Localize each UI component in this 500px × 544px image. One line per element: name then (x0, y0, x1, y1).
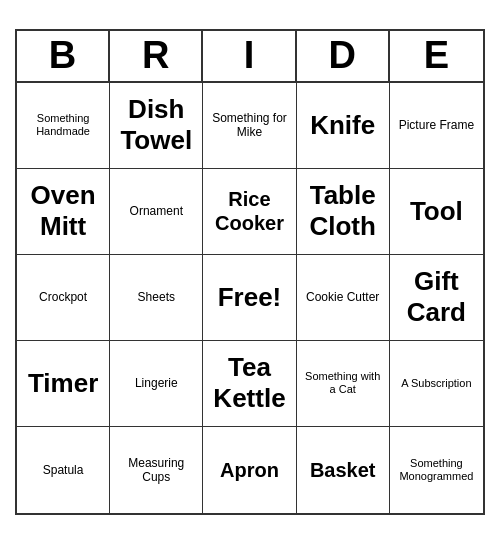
bingo-header: BRIDE (17, 31, 483, 83)
bingo-cell-10: Crockpot (17, 255, 110, 341)
bingo-cell-22: Apron (203, 427, 296, 513)
header-letter-i: I (203, 31, 296, 81)
bingo-grid: Something HandmadeDish TowelSomething fo… (17, 83, 483, 513)
bingo-cell-20: Spatula (17, 427, 110, 513)
bingo-cell-4: Picture Frame (390, 83, 483, 169)
bingo-cell-3: Knife (297, 83, 390, 169)
bingo-cell-12: Free! (203, 255, 296, 341)
header-letter-b: B (17, 31, 110, 81)
bingo-cell-24: Something Monogrammed (390, 427, 483, 513)
header-letter-r: R (110, 31, 203, 81)
bingo-cell-19: A Subscription (390, 341, 483, 427)
bingo-cell-7: Rice Cooker (203, 169, 296, 255)
bingo-cell-15: Timer (17, 341, 110, 427)
header-letter-e: E (390, 31, 483, 81)
bingo-cell-0: Something Handmade (17, 83, 110, 169)
bingo-cell-9: Tool (390, 169, 483, 255)
bingo-cell-18: Something with a Cat (297, 341, 390, 427)
bingo-cell-8: Table Cloth (297, 169, 390, 255)
bingo-cell-21: Measuring Cups (110, 427, 203, 513)
bingo-cell-13: Cookie Cutter (297, 255, 390, 341)
bingo-cell-14: Gift Card (390, 255, 483, 341)
bingo-cell-6: Ornament (110, 169, 203, 255)
bingo-cell-5: Oven Mitt (17, 169, 110, 255)
bingo-cell-2: Something for Mike (203, 83, 296, 169)
bingo-cell-11: Sheets (110, 255, 203, 341)
header-letter-d: D (297, 31, 390, 81)
bingo-cell-17: Tea Kettle (203, 341, 296, 427)
bingo-cell-23: Basket (297, 427, 390, 513)
bingo-cell-1: Dish Towel (110, 83, 203, 169)
bingo-cell-16: Lingerie (110, 341, 203, 427)
bingo-card: BRIDE Something HandmadeDish TowelSometh… (15, 29, 485, 515)
